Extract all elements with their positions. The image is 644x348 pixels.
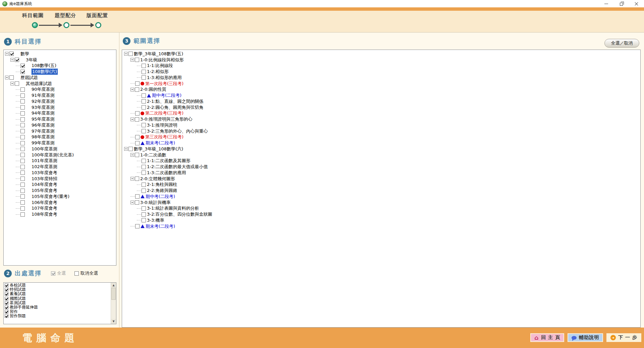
step-dot-3[interactable] [95,22,101,28]
step-dot-1[interactable] [32,22,38,28]
tree-checkbox[interactable] [135,81,140,86]
tree-label[interactable]: 102年度基測 [32,164,57,170]
tree-checkbox[interactable] [142,123,146,127]
tree-checkbox[interactable] [15,58,19,62]
tree-row[interactable]: 2-1:角柱與圓柱 [122,182,640,188]
tree-checkbox[interactable] [135,87,139,92]
tree-label[interactable]: 3-2:三角形的外心、內心與重心 [147,128,208,134]
tree-label[interactable]: 3-0:推理證明與三角形的心 [140,116,193,122]
tree-label[interactable]: 1-2:相似形 [147,69,169,75]
tree-row[interactable]: 101年度基測 [4,158,116,164]
tree-label[interactable]: 第一次段考(三段考) [145,81,183,87]
scroll-up-button[interactable]: ▲ [111,283,116,288]
source-item-checkbox[interactable] [5,301,8,305]
tree-row[interactable]: 1-1:比例線段 [122,63,640,69]
source-item-checkbox[interactable] [5,314,8,318]
tree-row[interactable]: 第一次段考(三段考) [122,81,640,87]
tree-label[interactable]: 3-3:機率 [147,217,164,223]
minimize-button[interactable] [599,0,614,7]
tree-row[interactable]: 103年度會考 [4,170,116,176]
tree-checkbox[interactable] [142,165,146,169]
expand-toggle-icon[interactable] [130,153,134,157]
tree-row[interactable]: 108年度會考 [4,211,116,217]
expand-toggle-icon[interactable] [130,118,134,121]
tree-label[interactable]: 2-2:角錐與圓錐 [147,188,177,194]
expand-toggle-icon[interactable] [130,58,134,62]
source-list-item[interactable]: 特招試題 [4,287,110,292]
tree-row[interactable]: 99年度基測 [4,140,116,146]
tree-row[interactable]: 期末考(二段考) [122,223,640,229]
tree-label[interactable]: 第二次段考(三段考) [145,110,183,116]
tree-row[interactable]: 96年度基測 [4,122,116,128]
tree-checkbox[interactable] [20,129,25,133]
tree-row[interactable]: 107年度會考 [4,206,116,212]
tree-checkbox[interactable] [20,123,25,127]
tree-row[interactable]: 1-2:相似形 [122,69,640,75]
tree-label[interactable]: 期中考(二段考) [152,92,181,98]
deselect-all-checkbox[interactable] [74,271,79,276]
tree-label[interactable]: 100年度基測(北北基) [32,152,74,158]
tree-label[interactable]: 101年度基測 [32,158,57,164]
tree-row[interactable]: 歷屆試題 [4,75,116,81]
tree-row[interactable]: 103年度特招 [4,176,116,182]
tree-label[interactable]: 98年度基測 [32,134,55,140]
source-list-item[interactable]: 教師手冊延伸題 [4,305,110,309]
step-tab-3[interactable]: 版面配置 [87,12,108,19]
tree-row[interactable]: 97年度基測 [4,128,116,134]
expand-toggle-icon[interactable] [130,177,134,181]
tree-row[interactable]: 1-1:二次函數及其圖形 [122,158,640,164]
tree-row[interactable]: 105年度會考 [4,188,116,194]
expand-toggle-icon[interactable] [130,201,134,204]
tree-label[interactable]: 1-2:二次函數的最大值或最小值 [147,164,208,170]
tree-label[interactable]: 3-0:統計與機率 [140,200,171,206]
tree-row[interactable]: 3-0:統計與機率 [122,200,640,206]
tree-checkbox[interactable] [135,141,140,145]
tree-row[interactable]: 3-0:推理證明與三角形的心 [122,116,640,122]
tree-checkbox[interactable] [20,64,25,68]
tree-checkbox[interactable] [142,93,146,98]
tree-label[interactable]: 數學_3年級_108數學(六) [134,146,183,152]
tree-checkbox[interactable] [142,75,146,80]
tree-row[interactable]: 第二次段考(三段考) [122,111,640,117]
tree-label[interactable]: 108數學(五) [32,63,56,69]
expand-toggle-icon[interactable] [5,76,9,79]
tree-row[interactable]: 期中考(二段考) [122,92,640,98]
step-tab-1[interactable]: 科目範圍 [22,12,44,19]
tree-label[interactable]: 3-2:百分位數、四分位數與盒狀圖 [147,211,212,217]
tree-row[interactable]: 1-0:二次函數 [122,152,640,158]
expand-toggle-icon[interactable] [124,52,128,56]
tree-checkbox[interactable] [20,159,25,163]
select-all-checkbox[interactable] [51,271,55,276]
tree-label[interactable]: 1-3:二次函數的應用 [147,170,186,176]
tree-row[interactable]: 數學_3年級_108數學(六) [122,146,640,152]
tree-label[interactable]: 3-1:推理與證明 [147,122,177,128]
help-button[interactable]: 輔助說明 [568,333,603,342]
tree-checkbox[interactable] [20,93,25,98]
tree-label[interactable]: 97年度基測 [32,128,55,134]
source-item-checkbox[interactable] [5,283,8,287]
tree-row[interactable]: 2-1:點、直線、圓之間的關係 [122,98,640,105]
tree-checkbox[interactable] [128,147,133,151]
tree-label[interactable]: 2-0:圓的性質 [140,86,166,92]
tree-row[interactable]: 92年度基測 [4,98,116,105]
tree-row[interactable]: 2-0:立體幾何圖形 [122,176,640,182]
tree-checkbox[interactable] [142,129,146,133]
tree-checkbox[interactable] [142,99,146,103]
tree-label[interactable]: 107年度會考 [32,205,57,211]
tree-row[interactable]: 98年度基測 [4,134,116,140]
tree-row[interactable]: 3-1:推理與證明 [122,122,640,128]
tree-label[interactable]: 90年度基測 [32,86,55,92]
tree-checkbox[interactable] [9,52,14,56]
tree-checkbox[interactable] [20,170,25,175]
tree-row[interactable]: 1-0:比例線段與相似形 [122,57,640,63]
tree-checkbox[interactable] [20,70,25,74]
tree-label[interactable]: 1-0:比例線段與相似形 [140,57,184,63]
tree-label[interactable]: 第三次段考(三段考) [145,134,183,140]
tree-checkbox[interactable] [20,99,25,103]
tree-label[interactable]: 3-1:統計表圖與資料的分析 [147,205,199,211]
tree-checkbox[interactable] [128,52,133,56]
tree-label[interactable]: 其他題庫試題 [26,81,52,87]
tree-checkbox[interactable] [135,117,139,122]
tree-row[interactable]: 3-1:統計表圖與資料的分析 [122,206,640,212]
tree-checkbox[interactable] [20,206,25,211]
